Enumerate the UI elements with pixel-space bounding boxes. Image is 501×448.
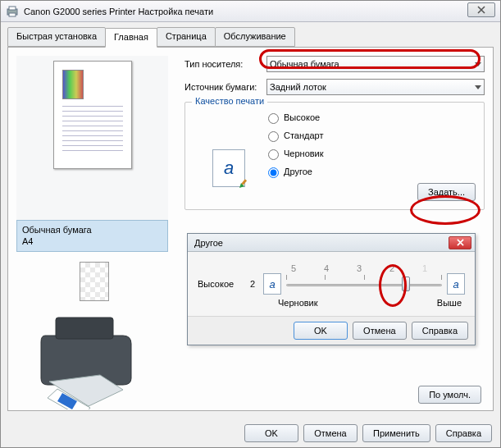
tick-1: 1 [408, 263, 441, 273]
slider-thumb[interactable] [402, 277, 410, 291]
tab-main[interactable]: Главная [105, 28, 157, 48]
page-preview [53, 61, 132, 169]
tab-maintenance[interactable]: Обслуживание [215, 27, 295, 47]
tick-4: 4 [310, 263, 343, 273]
close-icon [477, 6, 485, 14]
quality-legend: Качество печати [192, 96, 267, 106]
svg-rect-6 [241, 179, 247, 185]
media-type-value: Обычная бумага [270, 59, 339, 69]
cancel-button[interactable]: Отмена [303, 424, 358, 442]
paper-source-label: Источник бумаги: [184, 82, 266, 92]
slider-below-left: Черновик [278, 298, 318, 308]
quality-radios: Высокое Стандарт Черновик Другое Задать.… [264, 111, 476, 201]
sub-cancel-button[interactable]: Отмена [353, 322, 407, 340]
left-column: Обычная бумага A4 [16, 56, 172, 409]
printer-icon [6, 5, 19, 18]
quality-radio-other[interactable]: Другое [264, 165, 476, 178]
transparency-checker-icon [80, 262, 109, 301]
tab-quick-setup[interactable]: Быстрая установка [7, 27, 106, 47]
tick-2: 2 [376, 263, 408, 273]
tab-panel-main: Обычная бумага A4 Тип носителя: Обы [7, 47, 494, 411]
close-icon [457, 239, 464, 246]
apply-button[interactable]: Применить [362, 424, 430, 442]
quality-slider[interactable] [286, 275, 442, 293]
titlebar: Canon G2000 series Printer Настройка печ… [1, 1, 500, 22]
paper-source-select[interactable]: Задний лоток [266, 79, 485, 95]
sub-ok-button[interactable]: OK [294, 322, 348, 340]
paper-source-value: Задний лоток [270, 82, 326, 92]
color-swatch-icon [62, 70, 84, 99]
mini-a-right-icon: a [447, 273, 465, 295]
paper-info-media: Обычная бумага [22, 225, 92, 235]
paper-info: Обычная бумага A4 [16, 220, 168, 252]
media-type-select[interactable]: Обычная бумага [266, 56, 485, 72]
pencil-icon [238, 178, 249, 190]
svg-rect-2 [9, 13, 16, 16]
slider-left-value: 2 [247, 279, 258, 289]
set-button[interactable]: Задать... [417, 183, 476, 201]
preview-box [16, 56, 168, 220]
sub-dialog-close-button[interactable] [449, 236, 471, 249]
quality-group: Качество печати a Высокое Стандарт Черно… [184, 102, 485, 210]
slider-left-label: Высокое [198, 279, 242, 289]
sub-help-button[interactable]: Справка [412, 322, 468, 340]
right-column: Тип носителя: Обычная бумага Источник бу… [184, 56, 485, 210]
chevron-down-icon [475, 62, 481, 66]
tabs: Быстрая установка Главная Страница Обслу… [7, 27, 494, 47]
printer-settings-window: Canon G2000 series Printer Настройка печ… [0, 0, 501, 448]
svg-rect-1 [9, 7, 16, 10]
tick-5: 5 [277, 263, 310, 273]
window-title: Canon G2000 series Printer Настройка печ… [24, 7, 213, 16]
text-lines-icon [62, 106, 123, 155]
chevron-down-icon [475, 85, 481, 89]
media-type-label: Тип носителя: [184, 59, 266, 69]
quality-radio-standard[interactable]: Стандарт [264, 129, 476, 142]
window-close-button[interactable] [467, 2, 495, 17]
sub-dialog-title: Другое [194, 238, 223, 248]
help-button[interactable]: Справка [435, 424, 492, 442]
mini-a-left-icon: a [263, 273, 281, 295]
defaults-button[interactable]: По умолч. [418, 386, 481, 404]
other-quality-dialog: Другое 5 4 3 2 1 [187, 233, 476, 345]
slider-below-right: Выше [437, 298, 462, 308]
paper-info-size: A4 [22, 236, 33, 246]
quality-radio-high[interactable]: Высокое [264, 111, 476, 124]
sub-dialog-titlebar: Другое [188, 234, 475, 252]
quality-radio-draft[interactable]: Черновик [264, 147, 476, 160]
svg-rect-3 [56, 318, 113, 339]
tab-page[interactable]: Страница [157, 27, 216, 47]
ok-button[interactable]: OK [244, 424, 298, 442]
footer-buttons: OK Отмена Применить Справка [244, 424, 492, 442]
quality-a-icon: a [212, 149, 245, 187]
printer-large-icon [33, 311, 156, 409]
tick-3: 3 [343, 263, 376, 273]
